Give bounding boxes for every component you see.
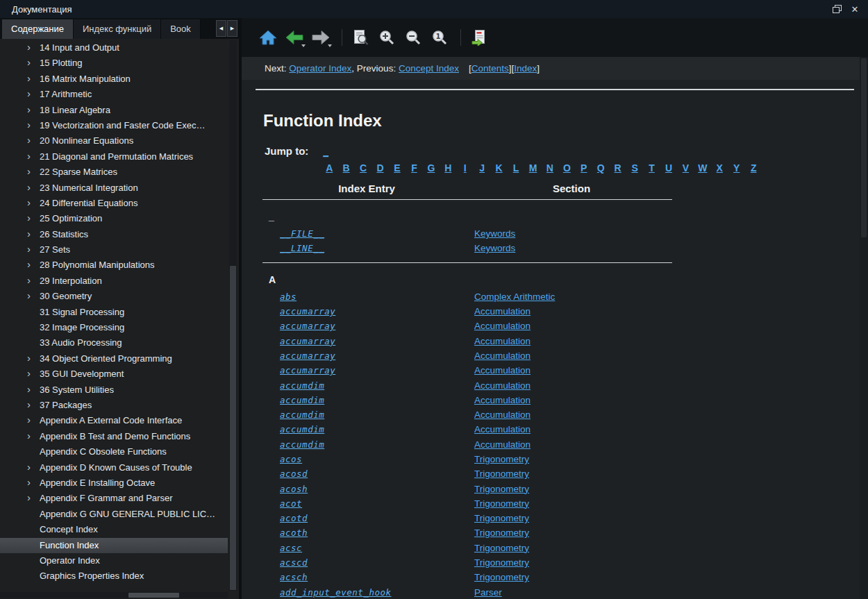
jump-letter-link[interactable]: O bbox=[558, 162, 575, 174]
function-link[interactable]: accumdim bbox=[280, 439, 474, 450]
function-link[interactable]: accumarray bbox=[280, 336, 474, 346]
tree-item[interactable]: › Appendix E Installing Octave bbox=[0, 475, 228, 491]
jump-letter-link[interactable]: P bbox=[576, 162, 592, 174]
function-link[interactable]: acosd bbox=[280, 469, 474, 479]
jump-letter-link[interactable]: B bbox=[337, 162, 354, 174]
jump-letter-link[interactable]: Z bbox=[745, 162, 762, 174]
tree-item[interactable]: › Appendix D Known Causes of Trouble bbox=[0, 460, 228, 475]
function-link[interactable]: accumdim bbox=[280, 395, 474, 405]
jump-letter-link[interactable]: S bbox=[626, 162, 643, 174]
section-link[interactable]: Keywords bbox=[474, 228, 515, 239]
jump-letter-link[interactable]: X bbox=[711, 162, 728, 174]
function-link[interactable]: acsch bbox=[280, 572, 474, 582]
jump-letter-link[interactable]: F bbox=[406, 162, 422, 174]
section-link[interactable]: Trigonometry bbox=[474, 454, 529, 464]
jump-letter-link[interactable]: E bbox=[389, 162, 406, 174]
zoom-original-button[interactable]: 1 bbox=[428, 26, 451, 49]
tab[interactable]: Book bbox=[161, 19, 201, 39]
function-link[interactable]: accumdim bbox=[280, 410, 474, 420]
function-link[interactable]: acscd bbox=[280, 557, 474, 568]
section-link[interactable]: Parser bbox=[474, 587, 502, 598]
tree-item[interactable]: › Operator Index bbox=[0, 553, 228, 568]
function-link[interactable]: accumarray bbox=[280, 306, 474, 317]
tree-item[interactable]: › Appendix B Test and Demo Functions bbox=[0, 429, 228, 444]
section-link[interactable]: Accumulation bbox=[474, 439, 531, 450]
tree-item[interactable]: › Appendix A External Code Interface bbox=[0, 413, 228, 428]
tree-item[interactable]: › Graphics Properties Index bbox=[0, 568, 228, 584]
home-button[interactable] bbox=[256, 26, 280, 49]
tree-item[interactable]: › 18 Linear Algebra bbox=[0, 103, 228, 118]
section-link[interactable]: Accumulation bbox=[474, 351, 531, 361]
section-link[interactable]: Accumulation bbox=[474, 336, 531, 346]
zoom-out-button[interactable] bbox=[401, 26, 425, 49]
close-button[interactable]: ✕ bbox=[846, 2, 864, 16]
vertical-scrollbar-thumb[interactable] bbox=[230, 266, 236, 590]
jump-letter-link[interactable]: Y bbox=[728, 162, 745, 174]
section-link[interactable]: Accumulation bbox=[474, 424, 531, 435]
tree-item[interactable]: › 14 Input and Output bbox=[0, 40, 228, 56]
function-link[interactable]: accumdim bbox=[280, 424, 474, 435]
tree-item[interactable]: › 15 Plotting bbox=[0, 56, 228, 71]
section-link[interactable]: Accumulation bbox=[474, 380, 531, 391]
section-link[interactable]: Accumulation bbox=[474, 306, 531, 317]
section-link[interactable]: Accumulation bbox=[474, 365, 531, 376]
tree-item[interactable]: › 27 Sets bbox=[0, 242, 228, 258]
function-link[interactable]: acoth bbox=[280, 528, 474, 538]
document-scrollbar-thumb[interactable] bbox=[861, 58, 867, 237]
tree-item[interactable]: › 26 Statistics bbox=[0, 227, 228, 242]
jump-letter-link[interactable]: U bbox=[660, 162, 677, 174]
function-link[interactable]: acos bbox=[280, 454, 474, 464]
jump-letter-link[interactable]: W bbox=[694, 162, 711, 174]
previous-link[interactable]: Concept Index bbox=[399, 63, 459, 74]
jump-letter-link[interactable]: R bbox=[609, 162, 626, 174]
jump-letter-link[interactable]: L bbox=[508, 162, 524, 174]
function-link[interactable]: __FILE__ bbox=[280, 228, 474, 239]
function-link[interactable]: add_input_event_hook bbox=[280, 587, 474, 598]
function-link[interactable]: acsc bbox=[280, 543, 474, 553]
section-link[interactable]: Trigonometry bbox=[474, 557, 529, 568]
section-link[interactable]: Accumulation bbox=[474, 321, 531, 331]
function-link[interactable]: acosh bbox=[280, 484, 474, 494]
tree-item[interactable]: › Function Index bbox=[0, 538, 228, 553]
section-link[interactable]: Trigonometry bbox=[474, 513, 529, 523]
tree-item[interactable]: › 21 Diagonal and Permutation Matrices bbox=[0, 149, 228, 164]
jump-letter-link[interactable]: K bbox=[490, 162, 507, 174]
tree-vertical-scrollbar[interactable] bbox=[229, 40, 237, 591]
tree-item[interactable]: › 35 GUI Development bbox=[0, 366, 228, 382]
tree-item[interactable]: › Appendix F Grammar and Parser bbox=[0, 491, 228, 506]
tree-item[interactable]: › 20 Nonlinear Equations bbox=[0, 133, 228, 149]
forward-button[interactable] bbox=[309, 26, 333, 49]
tree-item[interactable]: › 17 Arithmetic bbox=[0, 87, 228, 102]
document-vertical-scrollbar[interactable] bbox=[860, 57, 868, 599]
section-link[interactable]: Trigonometry bbox=[474, 484, 529, 494]
function-link[interactable]: acotd bbox=[280, 513, 474, 523]
jump-letter-link[interactable]: I bbox=[457, 162, 474, 174]
tree-item[interactable]: › 28 Polynomial Manipulations bbox=[0, 258, 228, 273]
tree-item[interactable]: › Appendix C Obsolete Functions bbox=[0, 444, 228, 459]
jump-letter-link[interactable]: N bbox=[542, 162, 558, 174]
section-link[interactable]: Keywords bbox=[474, 243, 515, 253]
jump-letter-link[interactable]: T bbox=[643, 162, 660, 174]
tree-item[interactable]: › 29 Interpolation bbox=[0, 273, 228, 289]
function-link[interactable]: abs bbox=[280, 292, 474, 302]
tree-item[interactable]: › 37 Packages bbox=[0, 398, 228, 413]
jump-letter-link[interactable]: V bbox=[677, 162, 694, 174]
function-link[interactable]: accumarray bbox=[280, 321, 474, 331]
tab-scroll-left-button[interactable]: ◀ bbox=[216, 20, 226, 37]
tab[interactable]: Содержание bbox=[2, 19, 74, 39]
tab[interactable]: Индекс функций bbox=[74, 19, 161, 39]
function-link[interactable]: accumarray bbox=[280, 351, 474, 361]
jump-letter-link[interactable]: Q bbox=[592, 162, 609, 174]
tree-item[interactable]: › Appendix G GNU GENERAL PUBLIC LIC… bbox=[0, 507, 228, 522]
function-link[interactable]: accumdim bbox=[280, 380, 474, 391]
function-link[interactable]: accumarray bbox=[280, 365, 474, 376]
tree-item[interactable]: › 22 Sparse Matrices bbox=[0, 164, 228, 180]
function-link[interactable]: __LINE__ bbox=[280, 243, 474, 253]
jump-letter-link[interactable]: M bbox=[524, 162, 541, 174]
function-link[interactable]: acot bbox=[280, 498, 474, 509]
section-link[interactable]: Trigonometry bbox=[474, 543, 529, 553]
tree-horizontal-scrollbar[interactable] bbox=[0, 592, 228, 598]
tree-item[interactable]: › 33 Audio Processing bbox=[0, 335, 228, 351]
horizontal-scrollbar-thumb[interactable] bbox=[128, 593, 179, 598]
jump-letter-link[interactable]: C bbox=[355, 162, 372, 174]
